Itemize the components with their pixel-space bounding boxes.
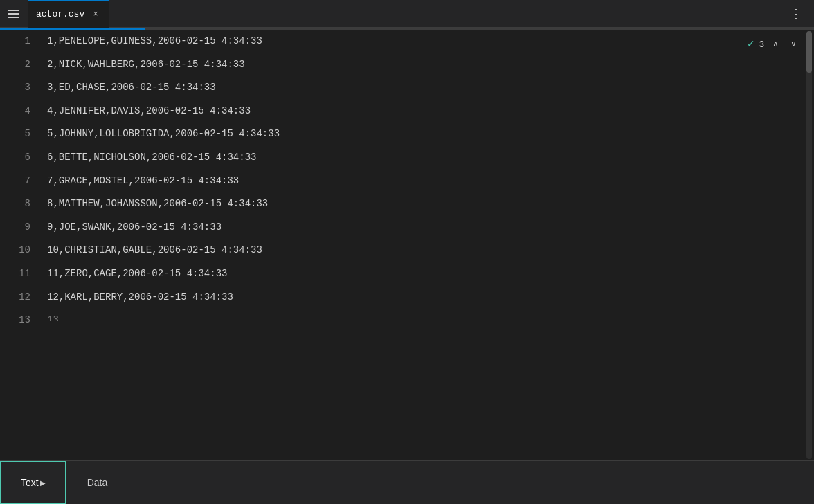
tab-area: actor.csv × [28, 0, 784, 28]
code-line-9: 9,JOE,SWANK,2006-02-15 4:34:33 [47, 216, 804, 240]
line-number-12: 12 [0, 286, 42, 309]
bottom-tab-text[interactable]: Text▶ [0, 461, 66, 504]
match-info: ✓ 3 ∧ ∨ [747, 37, 800, 51]
content-area: ✓ 3 ∧ ∨ 12345678910111213 1,PENELOPE,GUI… [0, 30, 814, 460]
code-line-2: 2,NICK,WAHLBERG,2006-02-15 4:34:33 [47, 53, 804, 77]
code-line-5: 5,JOHNNY,LOLLOBRIGIDA,2006-02-15 4:34:33 [47, 123, 804, 146]
cursor-icon: ▶ [40, 479, 46, 487]
hamburger-icon[interactable] [6, 7, 22, 21]
line-number-2: 2 [0, 53, 42, 77]
line-number-8: 8 [0, 192, 42, 216]
code-lines: 1,PENELOPE,GUINESS,2006-02-15 4:34:332,N… [42, 30, 804, 460]
code-line-12: 12,KARL,BERRY,2006-02-15 4:34:33 [47, 286, 804, 309]
code-line-7: 7,GRACE,MOSTEL,2006-02-15 4:34:33 [47, 170, 804, 193]
title-bar: actor.csv × ⋮ [0, 0, 814, 28]
scrollbar-track[interactable] [806, 31, 812, 459]
line-number-1: 1 [0, 30, 42, 53]
tab-close-button[interactable]: × [90, 9, 101, 20]
vertical-scrollbar[interactable] [804, 30, 814, 460]
line-number-6: 6 [0, 146, 42, 170]
editor-container: 12345678910111213 1,PENELOPE,GUINESS,200… [0, 30, 814, 460]
bottom-bar: Text▶Data [0, 460, 814, 504]
code-line-1: 1,PENELOPE,GUINESS,2006-02-15 4:34:33 [47, 30, 804, 53]
check-icon: ✓ [747, 38, 755, 49]
match-prev-button[interactable]: ∧ [768, 37, 782, 51]
code-line-8: 8,MATTHEW,JOHANSSON,2006-02-15 4:34:33 [47, 192, 804, 216]
code-line-3: 3,ED,CHASE,2006-02-15 4:34:33 [47, 76, 804, 100]
scrollbar-thumb[interactable] [806, 31, 812, 73]
code-line-6: 6,BETTE,NICHOLSON,2006-02-15 4:34:33 [47, 146, 804, 170]
line-number-5: 5 [0, 123, 42, 146]
line-number-11: 11 [0, 262, 42, 286]
bottom-tab-label-text: Text [21, 477, 39, 488]
line-number-3: 3 [0, 76, 42, 100]
code-line-11: 11,ZERO,CAGE,2006-02-15 4:34:33 [47, 262, 804, 286]
code-line-4: 4,JENNIFER,DAVIS,2006-02-15 4:34:33 [47, 100, 804, 123]
line-number-7: 7 [0, 170, 42, 193]
code-line-10: 10,CHRISTIAN,GABLE,2006-02-15 4:34:33 [47, 239, 804, 262]
match-next-button[interactable]: ∨ [786, 37, 800, 51]
file-tab[interactable]: actor.csv × [28, 0, 109, 28]
line-number-9: 9 [0, 216, 42, 240]
bottom-tab-data[interactable]: Data [66, 461, 129, 504]
code-line-13: 13,... [47, 309, 804, 321]
more-actions-button[interactable]: ⋮ [784, 1, 808, 27]
tab-filename: actor.csv [36, 9, 84, 19]
line-number-13: 13 [0, 309, 42, 332]
line-numbers: 12345678910111213 [0, 30, 42, 460]
match-count: 3 [759, 39, 764, 49]
line-number-4: 4 [0, 100, 42, 123]
line-number-10: 10 [0, 239, 42, 262]
